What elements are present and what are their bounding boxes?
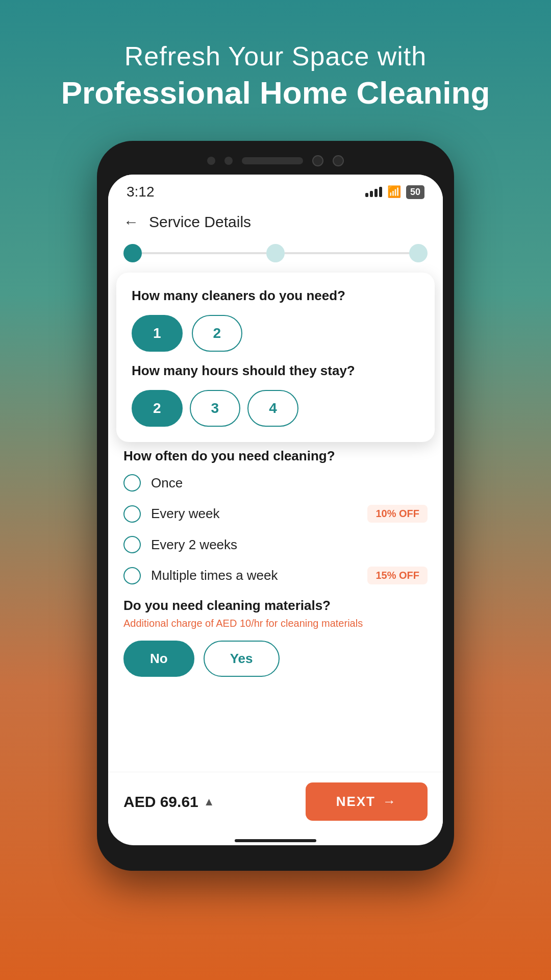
hours-option-2[interactable]: 2 (132, 390, 183, 427)
nav-title: Service Details (149, 213, 251, 231)
price-area[interactable]: AED 69.61 ▲ (123, 793, 215, 811)
frequency-option-once[interactable]: Once (123, 474, 428, 492)
sensor-dot-1 (207, 157, 215, 165)
frequency-multiple-label: Multiple times a week (151, 568, 278, 583)
bottom-bar: AED 69.61 ▲ NEXT → (108, 772, 443, 833)
price-caret-icon: ▲ (204, 795, 215, 808)
next-arrow-icon: → (383, 794, 397, 810)
radio-every-week (123, 505, 141, 523)
progress-step-1 (123, 244, 142, 262)
header-title: Professional Home Cleaning (31, 76, 520, 110)
progress-step-2 (266, 244, 285, 262)
progress-bar (108, 239, 443, 273)
back-button[interactable]: ← (123, 213, 139, 231)
cleaners-options-row: 1 2 (132, 315, 419, 352)
progress-line-2 (285, 252, 409, 254)
cleaners-question-label: How many cleaners do you need? (132, 288, 419, 304)
materials-options-row: No Yes (123, 641, 428, 677)
next-button[interactable]: NEXT → (306, 782, 428, 821)
price-text: AED 69.61 (123, 793, 198, 811)
phone-screen: 3:12 📶 50 ← Service Details (108, 175, 443, 845)
progress-line-1 (142, 252, 266, 254)
status-time: 3:12 (127, 184, 155, 200)
radio-every-2-weeks (123, 536, 141, 553)
materials-yes-btn[interactable]: Yes (204, 641, 280, 677)
radio-once (123, 474, 141, 492)
cleaners-option-1[interactable]: 1 (132, 315, 183, 352)
header-subtitle: Refresh Your Space with (31, 41, 520, 71)
materials-question-label: Do you need cleaning materials? (123, 598, 428, 614)
battery-icon: 50 (406, 185, 424, 199)
materials-subtext: Additional charge of AED 10/hr for clean… (123, 618, 428, 629)
cleaners-option-2[interactable]: 2 (192, 315, 243, 352)
radio-multiple (123, 567, 141, 584)
signal-icon (365, 187, 382, 197)
discount-badge-10: 10% OFF (367, 505, 428, 523)
materials-no-btn[interactable]: No (123, 641, 194, 677)
frequency-option-every-week[interactable]: Every week 10% OFF (123, 505, 428, 523)
phone-camera-1 (312, 155, 323, 166)
hours-question-label: How many hours should they stay? (132, 363, 419, 379)
hours-option-4[interactable]: 4 (247, 390, 298, 427)
phone-frame: 3:12 📶 50 ← Service Details (97, 141, 454, 871)
frequency-every-week-label: Every week (151, 506, 219, 522)
frequency-question-label: How often do you need cleaning? (123, 448, 428, 464)
nav-bar: ← Service Details (108, 205, 443, 239)
phone-camera-2 (333, 155, 344, 166)
header-section: Refresh Your Space with Professional Hom… (0, 0, 551, 131)
progress-step-3 (409, 244, 428, 262)
status-icons: 📶 50 (365, 185, 424, 199)
card-popup: How many cleaners do you need? 1 2 How m… (116, 273, 435, 442)
discount-badge-15: 15% OFF (367, 567, 428, 584)
sensor-dot-2 (224, 157, 233, 165)
wifi-icon: 📶 (387, 185, 401, 199)
phone-sensors (108, 155, 443, 166)
frequency-option-multiple[interactable]: Multiple times a week 15% OFF (123, 567, 428, 584)
frequency-once-label: Once (151, 475, 183, 491)
scroll-content: How often do you need cleaning? Once Eve… (108, 437, 443, 772)
next-label: NEXT (336, 794, 375, 810)
phone-speaker (242, 157, 303, 164)
home-indicator (235, 839, 316, 842)
hours-option-3[interactable]: 3 (190, 390, 241, 427)
frequency-option-every-2-weeks[interactable]: Every 2 weeks (123, 536, 428, 553)
status-bar: 3:12 📶 50 (108, 175, 443, 205)
frequency-every-2-weeks-label: Every 2 weeks (151, 537, 237, 553)
hours-options-row: 2 3 4 (132, 390, 419, 427)
